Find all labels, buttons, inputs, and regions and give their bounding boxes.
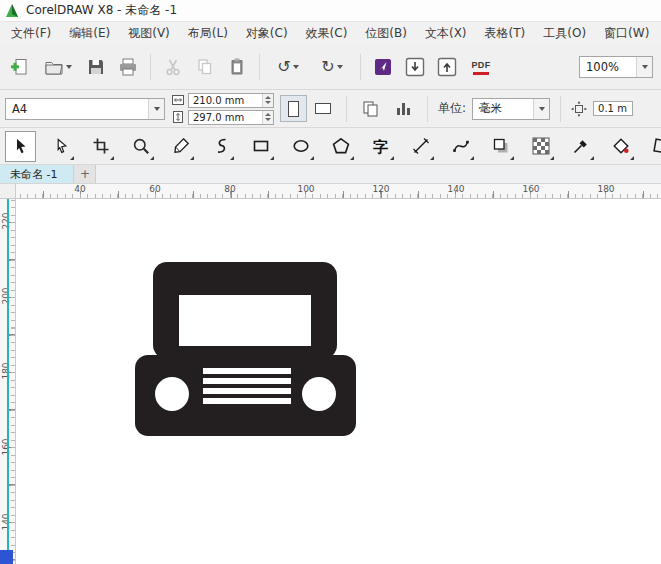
cut-icon [163,57,183,77]
page-width-value: 210.0 mm [193,95,244,106]
page-width-input[interactable]: 210.0 mm [188,93,274,108]
connector-tool-icon [452,137,470,155]
menu-item-effects[interactable]: 效果(C) [297,22,357,45]
artistic-media-tool[interactable] [205,131,236,162]
text-tool[interactable]: 字 [365,131,396,162]
menu-item-table[interactable]: 表格(T) [476,22,535,45]
crop-tool[interactable] [85,131,116,162]
redo-icon: ↻ [321,59,334,75]
zoom-level-select[interactable]: 100% [579,56,653,78]
dimension-tool[interactable] [405,131,436,162]
redo-button[interactable]: ↻ [312,53,352,81]
connector-tool[interactable] [445,131,476,162]
shape-tool-icon [52,137,70,155]
spin-down-icon [265,118,271,121]
units-value: 毫米 [479,101,502,116]
horizontal-ruler[interactable]: 40 60 80 100 120 140 160 180 [16,184,661,199]
undo-button[interactable]: ↺ [268,53,308,81]
page-size-value: A4 [12,102,27,116]
menu-item-view[interactable]: 视图(V) [119,22,179,45]
menu-item-object[interactable]: 对象(C) [237,22,297,45]
page-height-input[interactable]: 297.0 mm [188,110,274,125]
color-eyedropper-tool[interactable] [565,131,596,162]
import-icon [404,56,426,78]
polygon-tool[interactable] [325,131,356,162]
ruler-number: 160 [522,184,539,194]
paste-button[interactable] [223,53,251,81]
drawing-canvas[interactable] [16,199,661,564]
chevron-down-icon [66,65,72,69]
current-page-icon [394,99,413,118]
ruler-number: 140 [447,184,464,194]
page-height-spinner[interactable] [262,111,273,124]
ruler-number: 140 [1,512,11,532]
import-button[interactable] [401,53,429,81]
page-width-row: 210.0 mm [171,93,274,108]
transparency-tool[interactable] [525,131,556,162]
nudge-offset-input[interactable]: 0.1 m [593,101,633,116]
units-dropdown-arrow[interactable] [533,99,549,119]
menu-item-tools[interactable]: 工具(O) [534,22,595,45]
landscape-button[interactable] [309,95,336,122]
smart-fill-tool[interactable] [645,131,661,162]
save-button[interactable] [82,53,110,81]
pick-tool-icon [12,137,30,155]
guideline[interactable] [7,199,9,550]
rectangle-tool[interactable] [245,131,276,162]
publish-pdf-button[interactable]: PDF [465,53,497,81]
all-pages-button[interactable] [357,95,384,122]
print-button[interactable] [114,53,142,81]
color-eyedropper-tool-icon [572,137,590,155]
zoom-tool[interactable] [125,131,156,162]
portrait-button[interactable] [280,95,307,122]
standard-toolbar: ↺ ↻ PDF [0,45,661,90]
chevron-down-icon [539,107,545,111]
document-navigator-button[interactable] [0,550,13,564]
shape-tool[interactable] [45,131,76,162]
menu-item-bitmaps[interactable]: 位图(B) [356,22,416,45]
open-document-button[interactable] [38,53,78,81]
page-size-dropdown-arrow[interactable] [148,99,164,119]
ruler-number: 160 [1,437,11,457]
document-tab-active[interactable]: 未命名 -1 [0,165,74,183]
plus-icon: + [80,167,90,181]
current-page-button[interactable] [390,95,417,122]
zoom-tool-icon [132,137,150,155]
pick-tool[interactable] [5,131,36,162]
new-document-button[interactable] [6,53,34,81]
page-width-icon [171,93,185,107]
menu-item-edit[interactable]: 编辑(E) [60,22,119,45]
print-icon [118,57,138,77]
units-select[interactable]: 毫米 [472,98,550,120]
truck-drawing[interactable] [16,199,661,564]
freehand-tool[interactable] [165,131,196,162]
toolbar-separator [346,96,347,122]
export-icon [436,56,458,78]
copy-button[interactable] [191,53,219,81]
page-width-spinner[interactable] [262,94,273,107]
ellipse-tool[interactable] [285,131,316,162]
menu-item-file[interactable]: 文件(F) [2,22,60,45]
menu-item-layout[interactable]: 布局(L) [179,22,237,45]
smart-fill-tool-icon [652,137,661,155]
ruler-origin-corner[interactable] [0,184,16,199]
page-size-select[interactable]: A4 [5,98,165,120]
zoom-level-value: 100% [586,60,619,74]
page-height-icon [171,110,185,124]
window-title: CorelDRAW X8 - 未命名 -1 [26,2,177,19]
new-document-tab-button[interactable]: + [74,165,96,183]
export-button[interactable] [433,53,461,81]
ruler-number: 40 [74,184,85,194]
zoom-dropdown-arrow[interactable] [636,57,652,77]
menu-item-text[interactable]: 文本(X) [416,22,476,45]
document-tab-bar: 未命名 -1 + [0,165,661,184]
menu-item-window[interactable]: 窗口(W) [595,22,658,45]
nudge-offset-value: 0.1 m [598,103,627,114]
cut-button[interactable] [159,53,187,81]
drop-shadow-tool[interactable] [485,131,516,162]
chevron-down-icon [293,65,299,69]
drop-shadow-tool-icon [492,137,510,155]
interactive-fill-tool[interactable] [605,131,636,162]
welcome-screen-button[interactable] [369,53,397,81]
units-label: 单位: [438,100,466,117]
